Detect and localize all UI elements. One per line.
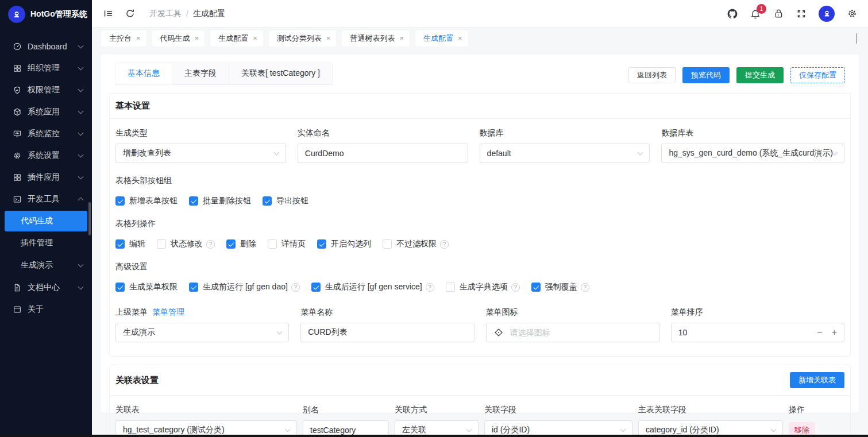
tab-label: 测试分类列表 xyxy=(277,33,322,44)
checkbox[interactable] xyxy=(115,239,125,249)
sidebar-item-system-settings[interactable]: 系统设置 xyxy=(0,145,92,167)
tab-master-fields[interactable]: 主表字段 xyxy=(172,63,229,84)
help-icon[interactable] xyxy=(511,283,520,292)
checkbox-generate-dict-options[interactable]: 生成字典选项 xyxy=(446,282,520,292)
preview-code-button[interactable]: 预览代码 xyxy=(682,67,730,83)
checkbox[interactable] xyxy=(189,196,198,206)
add-relation-table-button[interactable]: 新增关联表 xyxy=(790,372,844,388)
close-icon[interactable] xyxy=(399,34,404,42)
tab-relation-table[interactable]: 关联表[ testCategory ] xyxy=(229,63,333,84)
checkbox-delete[interactable]: 删除 xyxy=(226,239,256,249)
submit-generate-button[interactable]: 提交生成 xyxy=(736,67,784,83)
sidebar-item-about[interactable]: 关于 xyxy=(0,299,92,320)
back-to-list-button[interactable]: 返回列表 xyxy=(628,67,676,83)
parent-menu-select[interactable]: 生成演示 xyxy=(115,323,289,342)
settings-gear-icon[interactable] xyxy=(846,8,858,20)
sidebar-item-system-monitor[interactable]: 系统监控 xyxy=(0,123,92,145)
page-tab-test-category-list[interactable]: 测试分类列表 xyxy=(269,30,337,47)
user-avatar[interactable] xyxy=(819,6,835,22)
lock-screen-icon[interactable] xyxy=(773,8,784,20)
app-logo[interactable]: HotGo管理系统 xyxy=(0,0,92,29)
checkbox[interactable] xyxy=(317,239,326,249)
decrement-icon[interactable]: − xyxy=(817,328,822,337)
checkbox-status-modify[interactable]: 状态修改 xyxy=(157,239,215,249)
page-tab-console[interactable]: 主控台 xyxy=(101,30,146,47)
checkbox[interactable] xyxy=(311,283,321,292)
tabbar-dropdown-chevron-icon[interactable] xyxy=(851,31,861,46)
checkbox-generate-menu-permission[interactable]: 生成菜单权限 xyxy=(115,282,178,292)
increment-icon[interactable]: + xyxy=(832,328,837,337)
checkbox-enable-selection-column[interactable]: 开启勾选列 xyxy=(317,239,371,249)
tab-basic-info[interactable]: 基本信息 xyxy=(115,63,172,84)
close-icon[interactable] xyxy=(458,34,462,42)
help-icon[interactable] xyxy=(581,283,589,292)
checkbox[interactable] xyxy=(446,283,455,292)
checkbox[interactable] xyxy=(115,196,125,206)
sidebar-item-dashboard[interactable]: Dashboard xyxy=(0,36,92,57)
tab-label: 主表字段 xyxy=(184,68,217,78)
menu-sort-input[interactable] xyxy=(678,328,701,337)
close-icon[interactable] xyxy=(326,34,331,42)
checkbox-detail-page[interactable]: 详情页 xyxy=(268,239,306,249)
help-icon[interactable] xyxy=(206,240,215,249)
group-label: 表格列操作 xyxy=(115,219,844,229)
menu-name-input[interactable] xyxy=(308,328,466,337)
sidebar-subitem-code-generation[interactable]: 代码生成 xyxy=(5,211,87,231)
checkbox-force-overwrite[interactable]: 强制覆盖 xyxy=(531,282,589,292)
checkbox[interactable] xyxy=(263,196,272,206)
checkbox[interactable] xyxy=(531,283,541,292)
sidebar-item-dev-tools[interactable]: 开发工具 xyxy=(0,188,92,210)
checkbox[interactable] xyxy=(115,283,125,292)
close-icon[interactable] xyxy=(195,34,199,42)
sidebar-item-organization[interactable]: 组织管理 xyxy=(0,57,92,79)
fullscreen-icon[interactable] xyxy=(796,8,807,20)
notifications-bell-icon[interactable]: 1 xyxy=(750,8,761,20)
checkbox[interactable] xyxy=(189,283,198,292)
database-table-select[interactable]: hg_sys_gen_curd_demo (系统_生成curd演示) xyxy=(661,144,844,163)
checkbox-no-permission-filter[interactable]: 不过滤权限 xyxy=(383,239,449,249)
checkbox[interactable] xyxy=(226,239,236,249)
group-label: 表格头部按钮组 xyxy=(115,176,844,186)
icon-picker-icon[interactable] xyxy=(493,327,504,338)
sidebar-subitem-generation-demo[interactable]: 生成演示 xyxy=(5,254,87,276)
page-tab-code-generation[interactable]: 代码生成 xyxy=(152,30,205,47)
checkbox-run-before-generate[interactable]: 生成前运行 [gf gen dao] xyxy=(189,282,300,292)
sidebar-item-label: 系统应用 xyxy=(28,107,79,117)
checkbox-batch-delete-button[interactable]: 批量删除按钮 xyxy=(189,196,251,206)
save-config-only-button[interactable]: 仅保存配置 xyxy=(790,67,845,83)
breadcrumb-section[interactable]: 开发工具 xyxy=(149,9,182,19)
github-icon[interactable] xyxy=(727,8,738,20)
sidebar-scrollbar[interactable] xyxy=(88,202,91,235)
sidebar: HotGo管理系统 Dashboard 组织管理 权限管理 系统应用 xyxy=(0,0,92,437)
checkbox-label: 导出按钮 xyxy=(276,196,308,206)
database-select[interactable]: default xyxy=(480,144,650,163)
sidebar-item-doc-center[interactable]: 文档中心 xyxy=(0,277,92,299)
close-icon[interactable] xyxy=(136,34,141,42)
checkbox-add-form-button[interactable]: 新增表单按钮 xyxy=(115,196,178,206)
sidebar-item-system-apps[interactable]: 系统应用 xyxy=(0,101,92,123)
sidebar-item-permissions[interactable]: 权限管理 xyxy=(0,79,92,101)
generation-type-select[interactable]: 增删改查列表 xyxy=(115,144,286,163)
checkbox[interactable] xyxy=(157,239,166,249)
checkbox[interactable] xyxy=(268,239,277,249)
sidebar-item-plugin-apps[interactable]: 插件应用 xyxy=(0,167,92,188)
page-tab-tree-table-list[interactable]: 普通树表列表 xyxy=(342,30,410,47)
refresh-icon[interactable] xyxy=(124,8,136,20)
checkbox-edit[interactable]: 编辑 xyxy=(115,239,145,249)
help-icon[interactable] xyxy=(291,283,300,292)
close-icon[interactable] xyxy=(253,34,257,42)
checkbox-run-after-generate[interactable]: 生成后运行 [gf gen service] xyxy=(311,282,434,292)
page-tab-generation-config-active[interactable]: 生成配置 xyxy=(415,30,468,47)
menu-icon-input[interactable] xyxy=(510,328,652,337)
alias-input[interactable] xyxy=(310,426,381,435)
sidebar-subitem-plugin-management[interactable]: 插件管理 xyxy=(5,232,87,254)
field-label: 关联表 xyxy=(115,405,297,415)
page-tab-generation-config[interactable]: 生成配置 xyxy=(210,30,263,47)
collapse-sidebar-icon[interactable] xyxy=(102,8,114,20)
checkbox[interactable] xyxy=(383,239,392,249)
entity-name-input[interactable] xyxy=(305,149,461,158)
menu-management-link[interactable]: 菜单管理 xyxy=(152,307,184,318)
help-icon[interactable] xyxy=(426,283,434,292)
checkbox-export-button[interactable]: 导出按钮 xyxy=(263,196,308,206)
help-icon[interactable] xyxy=(440,240,449,249)
